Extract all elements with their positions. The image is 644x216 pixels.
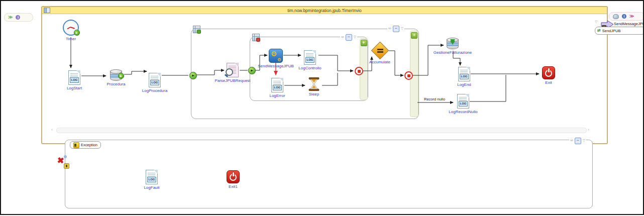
- log-tag: LOG: [459, 101, 468, 106]
- catch-dot-icon: [64, 155, 67, 158]
- accumulate-diamond-icon: [371, 42, 388, 59]
- catch-badge-icon: [64, 163, 69, 169]
- inner-group-controls[interactable]: ∞: [340, 34, 357, 40]
- right-toolbar[interactable]: i ≫: [609, 12, 644, 21]
- node-label: LogStart: [47, 86, 102, 90]
- node-label: Exit: [521, 80, 576, 85]
- end-node-icon[interactable]: [355, 67, 363, 75]
- more-chevrons-icon[interactable]: ≫: [629, 13, 634, 20]
- node-label: Timer: [43, 37, 98, 41]
- exception-icon: [73, 142, 79, 148]
- process-title-bar[interactable]: tim.now.bpmintegration.jpub.TimerInvio: [42, 7, 607, 14]
- log-document-icon: LOG: [149, 73, 161, 87]
- node-label: LogEnd: [437, 82, 492, 87]
- info-icon[interactable]: i: [16, 15, 20, 20]
- node-label: GestioneFatturazione: [425, 50, 480, 55]
- log-tag: LOG: [305, 57, 314, 63]
- down-arrow-icon: [450, 41, 455, 45]
- hourglass-icon: [308, 77, 320, 91]
- partner-link-label[interactable]: SendMessageJPUB: [614, 22, 644, 26]
- parse-document-icon: [227, 63, 239, 77]
- chevron-down-icon[interactable]: [354, 35, 356, 40]
- log-tag: LOG: [147, 177, 156, 182]
- scroll-right-icon[interactable]: ›: [588, 127, 589, 133]
- group-badge-green-icon: [197, 30, 201, 34]
- exception-tab[interactable]: Exception: [70, 141, 101, 149]
- outer-group-icon[interactable]: [193, 26, 200, 33]
- power-icon: [542, 66, 555, 79]
- exception-tab-label: Exception: [81, 143, 97, 147]
- ports-icon[interactable]: ∞: [570, 138, 573, 143]
- log-tag: LOG: [150, 80, 159, 85]
- node-label: Accumulate: [352, 60, 407, 64]
- node-logprocedura[interactable]: LOG LogProcedura: [127, 73, 182, 93]
- collapse-icon[interactable]: [393, 26, 399, 32]
- scroll-left-icon[interactable]: ‹: [51, 127, 53, 133]
- operation-sendjpub[interactable]: ⇄ SendJPUB: [595, 27, 644, 35]
- node-timer[interactable]: Timer: [43, 20, 98, 41]
- node-label: LogRecordNullo: [436, 110, 491, 114]
- collapse-icon[interactable]: [575, 138, 581, 144]
- operation-label: SendJPUB: [602, 29, 621, 33]
- exception-panel-controls[interactable]: ∞: [569, 138, 586, 144]
- database-icon: [110, 69, 122, 81]
- node-label: LogFault: [124, 185, 179, 190]
- outer-group-controls[interactable]: ∞: [387, 26, 404, 32]
- log-document-icon: LOG: [458, 67, 470, 81]
- start-node-icon[interactable]: [189, 72, 197, 79]
- horizontal-scrollbar[interactable]: [56, 128, 587, 133]
- node-label: Sleep: [286, 92, 342, 96]
- log-document-icon: LOG: [271, 78, 283, 92]
- inner-group-icon[interactable]: [252, 34, 260, 41]
- end-node-icon[interactable]: [404, 71, 413, 80]
- info-icon[interactable]: i: [622, 14, 626, 19]
- log-tag: LOG: [273, 85, 282, 90]
- node-logcontrollo[interactable]: LOG LogControllo: [282, 50, 338, 70]
- log-tag: LOG: [70, 77, 79, 83]
- chevron-down-icon[interactable]: [583, 138, 585, 143]
- magnifier-icon: [226, 68, 233, 76]
- log-document-icon: LOG: [304, 50, 316, 65]
- collapse-icon[interactable]: [346, 34, 352, 41]
- start-badge-icon: [118, 73, 124, 79]
- node-gestionefatturazione[interactable]: GestioneFatturazione: [425, 38, 480, 55]
- log-document-icon: LOG: [68, 70, 80, 85]
- left-toolbar[interactable]: ≫ i: [4, 13, 33, 22]
- node-sleep[interactable]: Sleep: [286, 77, 342, 96]
- node-label: LogProcedura: [127, 88, 182, 93]
- edge-label-record-nullo: Record nullo: [423, 97, 446, 101]
- node-exit1[interactable]: Exit1: [205, 170, 261, 189]
- power-icon: [227, 170, 240, 183]
- node-label: LogControllo: [282, 66, 338, 70]
- operation-icon: ⇄: [597, 28, 601, 34]
- ports-icon[interactable]: ∞: [388, 26, 391, 31]
- node-logend[interactable]: LOG LogEnd: [437, 67, 492, 87]
- process-title: tim.now.bpmintegration.jpub.TimerInvio: [42, 8, 607, 13]
- chevron-down-icon[interactable]: [401, 26, 403, 31]
- node-accumulate[interactable]: Accumulate: [352, 42, 407, 64]
- log-document-icon: LOG: [457, 94, 469, 109]
- log-tag: LOG: [460, 74, 469, 79]
- database-download-icon: [447, 38, 459, 49]
- workflow-editor: ≫ i tim.now.bpmintegration.jpub.TimerInv…: [0, 0, 644, 216]
- node-label: Exit1: [205, 184, 261, 189]
- timer-icon: [63, 20, 79, 36]
- ports-icon[interactable]: ∞: [341, 35, 344, 40]
- add-icon[interactable]: [411, 32, 417, 39]
- resource-icon[interactable]: [613, 14, 619, 19]
- node-logfault[interactable]: LOG LogFault: [124, 170, 179, 190]
- chevron-down-icon[interactable]: ▽: [595, 20, 597, 24]
- group-badge-red-icon: [256, 38, 260, 42]
- node-exit[interactable]: Exit: [521, 66, 576, 85]
- start-badge-icon: [74, 30, 80, 36]
- gears-icon: ⚙⚙: [269, 49, 283, 63]
- start-chevrons-icon[interactable]: ≫: [8, 14, 13, 21]
- log-document-icon: LOG: [146, 170, 158, 184]
